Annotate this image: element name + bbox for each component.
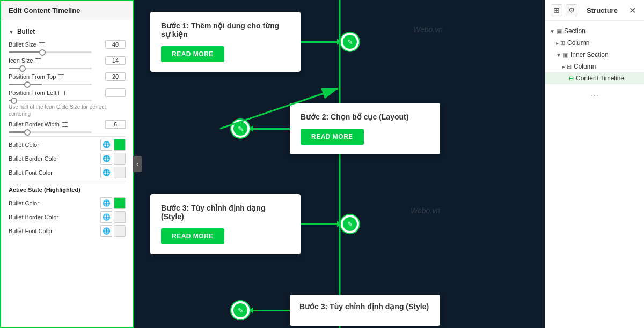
bullet-4[interactable]: ✎ [231,301,250,319]
pos-left-slider[interactable] [9,100,92,101]
hint-text: Use half of the Icon Cicle Size for perf… [9,103,126,117]
active-bullet-font-global-btn[interactable]: 🌐 [100,225,112,237]
settings-icon-btn[interactable]: ⚙ [566,4,577,16]
tree-item-column-1[interactable]: ▸ ⊞ Column [545,37,644,49]
border-width-label: Bullet Border Width [9,121,68,128]
border-width-slider-container [9,131,126,133]
active-bullet-border-color-row: Bullet Border Color 🌐 [9,211,126,223]
tree-item-inner-section[interactable]: ▼ ▣ Inner Section [545,49,644,61]
border-width-slider[interactable] [9,131,92,133]
bullet-size-slider[interactable] [9,51,92,53]
right-panel-title: Structure [587,6,618,14]
bullet-color-global-btn[interactable]: 🌐 [100,139,112,151]
bullet-border-color-controls: 🌐 [100,153,126,165]
active-bullet-font-label: Bullet Font Color [9,228,53,234]
bullet-font-global-btn[interactable]: 🌐 [100,167,112,178]
timeline-item-4: Bước 3: Tùy chỉnh định dạng (Style) ✎ [231,295,440,326]
close-panel-btn[interactable]: ✕ [627,4,639,16]
main-canvas: Webo.vn Webo.vn Webo.vn Webo.vn Bước 1: … [134,0,545,328]
tree-item-content-timeline[interactable]: ⊟ Content Timeline [545,72,644,84]
column1-expand-arrow: ▸ [556,40,559,46]
pos-left-label: Position From Left [9,90,65,96]
bullet-font-color-controls: 🌐 [100,167,126,178]
section-title-bullet: ▼ Bullet [9,25,126,38]
icon-size-input[interactable] [105,56,126,65]
bullet-3[interactable]: ✎ [341,215,359,233]
divider-1 [9,136,126,137]
connector-4 [250,310,290,311]
active-bullet-color-controls: 🌐 [100,197,126,209]
pos-top-slider[interactable] [9,84,92,85]
pos-left-row: Position From Left [9,88,126,97]
timeline-item-2: Bước 2: Chọn bố cục (Layout) READ MORE ✎ [231,103,440,154]
active-bullet-font-swatch[interactable] [114,225,126,237]
bullet-border-color-label: Bullet Border Color [9,155,58,162]
icon-size-label: Icon Size [9,57,41,64]
active-bullet-font-color-row: Bullet Font Color 🌐 [9,225,126,237]
bullet-size-slider-container [9,51,126,53]
panel-collapse-button[interactable]: ‹ [133,156,142,172]
pos-top-label: Position From Top [9,73,64,80]
pos-top-slider-container [9,84,126,85]
bullet-section: ▼ Bullet Bullet Size Icon Size [1,20,133,243]
tree-label-column1: Column [567,39,589,47]
timeline-card-3: Bước 3: Tùy chỉnh định dạng (Style) READ… [150,194,301,254]
pos-left-slider-container [9,100,126,101]
active-bullet-color-swatch[interactable] [114,197,126,209]
column1-icon: ⊞ [560,40,565,47]
section-label: Bullet [17,28,35,35]
read-more-btn-1[interactable]: READ MORE [161,46,224,62]
bullet-border-global-btn[interactable]: 🌐 [100,153,112,165]
tree-label-timeline: Content Timeline [576,74,624,82]
connector-2 [250,128,290,130]
timeline-card-4: Bước 3: Tùy chỉnh định dạng (Style) [290,295,440,326]
expand-arrow[interactable]: ▼ [9,29,14,35]
bullet-color-swatch[interactable] [114,139,126,151]
bullet-font-color-swatch[interactable] [114,167,126,178]
inner-section-expand-arrow: ▼ [556,52,561,58]
read-more-btn-2[interactable]: READ MORE [301,129,364,145]
active-bullet-border-global-btn[interactable]: 🌐 [100,211,112,223]
bullet-2[interactable]: ✎ [231,120,250,138]
right-panel-header: ⊞ ⚙ Structure ✕ [545,0,644,21]
pos-top-input[interactable] [105,72,126,81]
section-expand-arrow: ▼ [550,28,555,34]
bullet-color-row: Bullet Color 🌐 [9,139,126,151]
read-more-btn-3[interactable]: READ MORE [161,228,224,244]
border-width-row: Bullet Border Width [9,120,126,129]
arrow-2 [249,125,253,132]
watermark-3: Webo.vn [411,206,440,215]
timeline-title-2: Bước 2: Chọn bố cục (Layout) [301,113,429,121]
icon-size-slider[interactable] [9,68,92,69]
active-state-title: Active State (Highlighted) [9,183,126,195]
border-width-input[interactable] [105,120,126,129]
monitor-icon-4 [58,91,65,95]
layout-icon-btn[interactable]: ⊞ [551,4,562,16]
bullet-icon-1: ✎ [347,38,353,46]
bullet-1[interactable]: ✎ [341,33,359,51]
active-bullet-border-label: Bullet Border Color [9,214,58,220]
active-bullet-font-controls: 🌐 [100,225,126,237]
bullet-icon-2: ✎ [238,125,244,133]
bullet-color-controls: 🌐 [100,139,126,151]
active-bullet-global-btn[interactable]: 🌐 [100,197,112,209]
section-icon: ▣ [557,28,562,35]
bullet-border-color-row: Bullet Border Color 🌐 [9,153,126,165]
icon-size-row: Icon Size [9,56,126,65]
timeline-item-1: Bước 1: Thêm nội dung cho từng sự kiện R… [150,12,359,72]
bullet-size-row: Bullet Size [9,40,126,49]
bullet-size-input[interactable] [105,40,126,49]
bullet-border-color-swatch[interactable] [114,153,126,165]
tree-label-section: Section [564,27,586,35]
tree-item-column-2[interactable]: ▸ ⊞ Column [545,61,644,72]
pos-left-input[interactable] [105,88,126,97]
timeline-card-2: Bước 2: Chọn bố cục (Layout) READ MORE [290,103,440,154]
active-bullet-border-swatch[interactable] [114,211,126,223]
bullet-color-label: Bullet Color [9,141,39,148]
connector-1 [301,41,341,43]
tree-ellipsis: ... [545,84,644,102]
left-panel: Edit Content Timeline ▼ Bullet Bullet Si… [0,0,134,328]
pos-top-row: Position From Top [9,72,126,81]
tree-item-section[interactable]: ▼ ▣ Section [545,25,644,37]
tree-label-column2: Column [574,63,596,70]
